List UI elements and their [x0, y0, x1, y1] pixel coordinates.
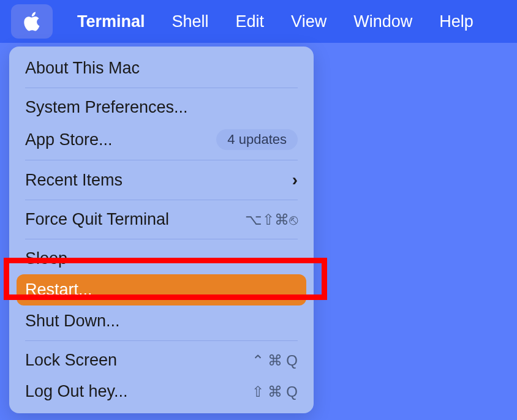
menu-label: Sleep — [25, 249, 67, 268]
menu-item-app-store[interactable]: App Store... 4 updates — [9, 123, 314, 156]
menu-separator — [25, 340, 298, 341]
menu-item-logout[interactable]: Log Out hey... ⇧ ⌘ Q — [9, 376, 314, 407]
menu-item-sleep[interactable]: Sleep — [9, 243, 314, 274]
menu-item-force-quit[interactable]: Force Quit Terminal ⌥⇧⌘⎋ — [9, 204, 314, 235]
menubar-app-name[interactable]: Terminal — [64, 12, 159, 31]
apple-menu-button[interactable] — [11, 4, 53, 39]
menu-separator — [25, 200, 298, 200]
menubar-item-window[interactable]: Window — [340, 12, 426, 31]
menu-label: Lock Screen — [25, 351, 117, 370]
menu-item-lock-screen[interactable]: Lock Screen ⌃ ⌘ Q — [9, 345, 314, 376]
updates-badge: 4 updates — [216, 129, 298, 150]
menu-label: System Preferences... — [25, 98, 188, 117]
menu-separator — [25, 239, 298, 239]
menu-separator — [25, 88, 298, 88]
keyboard-shortcut: ⌃ ⌘ Q — [252, 352, 298, 369]
menu-label: App Store... — [25, 130, 113, 149]
menu-label: Restart... — [25, 280, 92, 299]
menu-item-shutdown[interactable]: Shut Down... — [9, 306, 314, 337]
menu-label: Recent Items — [25, 171, 123, 190]
menu-label: Force Quit Terminal — [25, 210, 169, 229]
menubar-item-help[interactable]: Help — [426, 12, 487, 31]
menu-separator — [25, 160, 298, 160]
menubar-item-edit[interactable]: Edit — [222, 12, 278, 31]
apple-menu-dropdown: About This Mac System Preferences... App… — [9, 47, 314, 413]
keyboard-shortcut: ⇧ ⌘ Q — [252, 383, 298, 400]
menubar-item-shell[interactable]: Shell — [159, 12, 222, 31]
keyboard-shortcut: ⌥⇧⌘⎋ — [245, 211, 298, 228]
chevron-right-icon: › — [292, 170, 298, 190]
menubar: Terminal Shell Edit View Window Help — [0, 0, 517, 43]
menu-item-about-mac[interactable]: About This Mac — [9, 53, 314, 84]
menubar-item-view[interactable]: View — [277, 12, 340, 31]
menu-item-restart[interactable]: Restart... — [17, 274, 306, 306]
menu-label: About This Mac — [25, 59, 140, 78]
menu-label: Shut Down... — [25, 312, 120, 331]
apple-logo-icon — [23, 11, 41, 32]
menu-label: Log Out hey... — [25, 382, 128, 401]
menu-item-recent-items[interactable]: Recent Items › — [9, 164, 314, 196]
menu-item-system-preferences[interactable]: System Preferences... — [9, 92, 314, 123]
